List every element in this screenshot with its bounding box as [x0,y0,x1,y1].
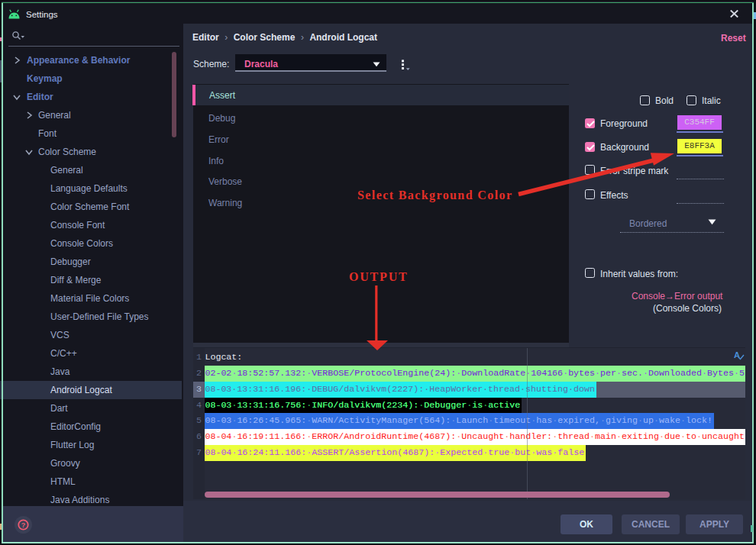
svg-text:?: ? [21,521,26,529]
